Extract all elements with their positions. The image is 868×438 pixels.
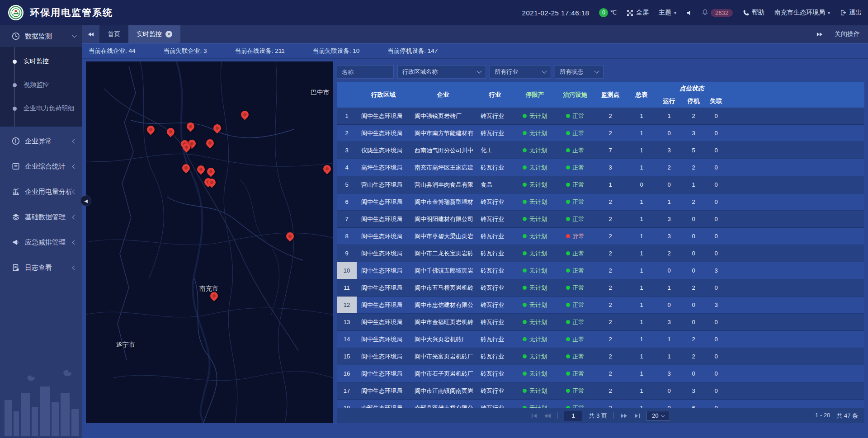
cell-industry: 砖瓦行业 — [476, 314, 514, 330]
cell-offline: 0 — [706, 382, 726, 399]
sidebar-subitem-企业电力负荷明细[interactable]: 企业电力负荷明细 — [0, 97, 82, 120]
sidebar-item-基础数据管理[interactable]: 基础数据管理 — [0, 206, 82, 228]
sidebar-item-数据监测[interactable]: 数据监测 — [0, 25, 82, 47]
prev-page-button[interactable] — [544, 413, 551, 419]
status-dot-green-icon — [566, 165, 570, 170]
status-dot-green-icon — [523, 251, 527, 255]
cell-meters: 1 — [626, 159, 657, 176]
cell-stopped: 0 — [681, 245, 706, 262]
cell-region: 阆中生态环境局 — [357, 314, 410, 330]
cell-running: 0 — [657, 125, 681, 141]
table-row[interactable]: 6阆中生态环境局阆中市金博瑞新型墙材砖瓦行业无计划正常21120 — [337, 193, 864, 211]
cell-industry: 砖瓦行业 — [476, 211, 514, 227]
first-page-button[interactable] — [531, 413, 538, 419]
cell-region: 南部生态环境局 — [357, 400, 410, 408]
tabs-scroll-right-button[interactable] — [816, 32, 823, 37]
cell-stopped: 2 — [681, 331, 706, 348]
sidebar-item-企业用电量分析[interactable]: 企业用电量分析 — [0, 181, 82, 203]
fullscreen-button[interactable]: 全屏 — [627, 9, 649, 17]
table-row[interactable]: 5营山生态环境局营山县润丰肉食品有限食品无计划正常10010 — [337, 176, 864, 193]
theme-dropdown[interactable]: 主题 ▾ — [659, 9, 676, 17]
row-index: 18 — [337, 400, 357, 408]
table-row[interactable]: 9阆中生态环境局阆中市二龙长宝页岩砖砖瓦行业无计划正常21200 — [337, 245, 864, 262]
table-row[interactable]: 1阆中生态环境局阆中强锐页岩砖厂砖瓦行业无计划正常21120 — [337, 108, 864, 125]
tab-实时监控[interactable]: 实时监控✕ — [128, 25, 180, 43]
cell-company: 阆中市江南镇阆南页岩 — [410, 382, 476, 399]
sidebar-subitem-视频监控[interactable]: 视频监控 — [0, 73, 82, 97]
sound-button[interactable] — [686, 10, 692, 16]
table-row[interactable]: 16阆中生态环境局阆中市石子页岩机砖厂砖瓦行业无计划正常21300 — [337, 365, 864, 382]
page-title: 环保用电监管系统 — [30, 6, 113, 19]
alert-icon — [12, 137, 20, 145]
cell-region: 阆中生态环境局 — [357, 348, 410, 365]
cell-company: 阆中明阳建材有限公司 — [410, 211, 476, 227]
table-row[interactable]: 15阆中生态环境局阆中市光富页岩机砖厂砖瓦行业无计划正常21120 — [337, 348, 864, 365]
status-dot-green-icon — [523, 217, 527, 221]
cell-facility-status: 正常 — [556, 331, 594, 348]
logout-button[interactable]: 退出 — [840, 9, 862, 17]
summary-icon — [12, 162, 20, 170]
name-search-input[interactable] — [337, 65, 394, 79]
page-number-input[interactable] — [564, 411, 582, 421]
row-index: 17 — [337, 382, 357, 399]
chevron-down-icon — [542, 68, 547, 73]
bell-icon — [702, 9, 708, 17]
last-page-button[interactable] — [634, 413, 640, 419]
cell-limit-status: 无计划 — [514, 297, 556, 313]
table-row[interactable]: 7阆中生态环境局阆中明阳建材有限公司砖瓦行业无计划正常21300 — [337, 211, 864, 228]
cell-points: 2 — [594, 382, 626, 399]
sidebar-item-企业综合统计[interactable]: 企业综合统计 — [0, 155, 82, 177]
sidebar-item-企业异常[interactable]: 企业异常 — [0, 130, 82, 152]
table-row[interactable]: 12阆中生态环境局阆中市忠信建材有限公砖瓦行业无计划正常21003 — [337, 297, 864, 314]
col-limit: 停限产 — [514, 82, 556, 108]
cell-running: 3 — [657, 365, 681, 382]
col-industry: 行业 — [476, 82, 514, 108]
region-filter-select[interactable]: 行政区域名称 — [397, 65, 486, 79]
sidebar-subitem-实时监控[interactable]: 实时监控 — [0, 50, 82, 73]
close-operations-button[interactable]: 关闭操作 — [835, 30, 860, 38]
notifications-button[interactable]: 2632 — [702, 9, 733, 17]
cell-industry: 砖瓦行业 — [476, 262, 514, 279]
cell-region: 阆中生态环境局 — [357, 108, 410, 124]
tab-close-icon[interactable]: ✕ — [165, 31, 172, 38]
sidebar-item-日志查看[interactable]: 日志查看 — [0, 257, 82, 278]
cell-facility-status: 异常 — [556, 228, 594, 245]
table-row[interactable]: 11阆中生态环境局阆中市五马桥页岩机砖砖瓦行业无计划正常21120 — [337, 279, 864, 297]
table-row[interactable]: 2阆中生态环境局阆中市南方节能建材有砖瓦行业无计划正常21030 — [337, 125, 864, 142]
total-pages-label: 共 3 页 — [589, 412, 607, 420]
table-row[interactable]: 3仪陇生态环境局西南油气田分公司川中化工无计划正常71350 — [337, 142, 864, 159]
table-row[interactable]: 4高坪生态环境局南充市高坪区王家店建砖瓦行业无计划正常31220 — [337, 159, 864, 176]
cell-running: 3 — [657, 142, 681, 159]
row-index: 4 — [337, 159, 357, 176]
cell-region: 仪陇生态环境局 — [357, 142, 410, 159]
next-page-button[interactable] — [620, 413, 627, 419]
table-row[interactable]: 17阆中生态环境局阆中市江南镇阆南页岩砖瓦行业无计划正常21030 — [337, 382, 864, 400]
cell-facility-status: 正常 — [556, 262, 594, 279]
status-dot-green-icon — [523, 337, 527, 341]
status-dot-green-icon — [566, 148, 570, 152]
cell-points: 2 — [594, 228, 626, 245]
prev-page-icon — [544, 413, 551, 419]
page-size-select[interactable]: 20 — [646, 411, 670, 421]
cell-offline: 0 — [706, 142, 726, 159]
tabs-scroll-left-button[interactable] — [82, 25, 99, 43]
table-row[interactable]: 8阆中生态环境局阆中市枣碧大梁山页岩砖瓦行业无计划异常21300 — [337, 228, 864, 245]
status-filter-select[interactable]: 所有状态 — [555, 65, 604, 79]
industry-filter-select[interactable]: 所有行业 — [490, 65, 551, 79]
table-row[interactable]: 10阆中生态环境局阆中千佛镇五郎垭页岩砖瓦行业无计划正常21003 — [337, 262, 864, 279]
row-index: 13 — [337, 314, 357, 330]
sidebar-item-应急减排管理[interactable]: 应急减排管理 — [0, 231, 82, 253]
table-row[interactable]: 13阆中生态环境局阆中市金福旺页岩机砖砖瓦行业无计划正常21300 — [337, 314, 864, 331]
cell-points: 2 — [594, 348, 626, 365]
map-panel[interactable]: 巴中市南充市遂宁市 ◀ — [86, 61, 333, 423]
cell-region: 阆中生态环境局 — [357, 382, 410, 399]
map-collapse-handle[interactable]: ◀ — [80, 195, 91, 206]
status-dot-green-icon — [523, 131, 527, 135]
cell-meters: 1 — [626, 245, 657, 262]
col-group-point-status: 点位状态 运行 停机 失联 — [657, 82, 726, 108]
help-button[interactable]: 帮助 — [743, 9, 764, 17]
table-row[interactable]: 18南部生态环境局南部县双佛土桥有限公砖瓦行业无计划正常21060 — [337, 400, 864, 408]
tab-首页[interactable]: 首页 — [99, 25, 128, 43]
table-row[interactable]: 14阆中生态环境局阆中大兴页岩机砖厂砖瓦行业无计划正常21120 — [337, 331, 864, 348]
org-dropdown[interactable]: 南充市生态环境局 ▾ — [774, 9, 830, 17]
